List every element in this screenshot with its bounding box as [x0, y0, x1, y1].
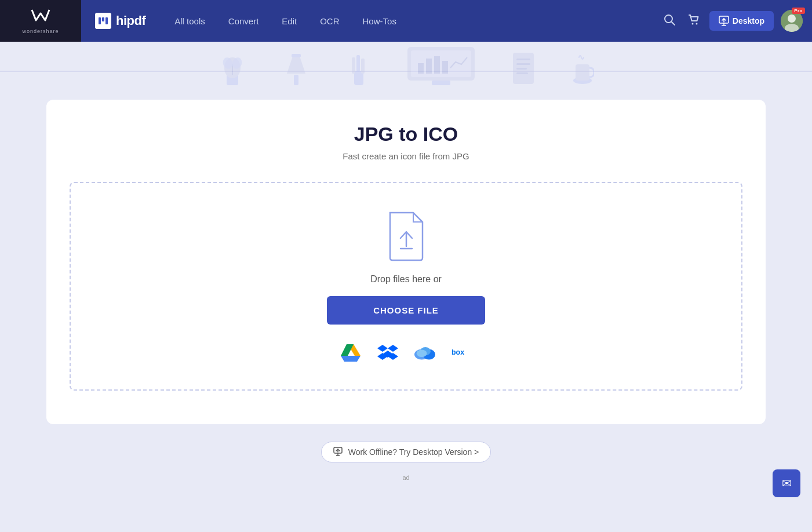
svg-rect-37 — [516, 68, 527, 70]
nav-all-tools[interactable]: All tools — [164, 12, 216, 31]
svg-rect-33 — [432, 81, 450, 85]
wondershare-logo-icon — [31, 8, 50, 27]
ad-label: ad — [0, 474, 812, 481]
svg-marker-21 — [287, 56, 305, 74]
deco-pencils — [346, 53, 372, 92]
svg-marker-45 — [341, 356, 361, 362]
svg-rect-31 — [434, 56, 440, 74]
nav-actions: Desktop Pro — [661, 10, 812, 32]
deco-coffee — [571, 53, 594, 92]
svg-marker-47 — [388, 345, 398, 352]
svg-text:box: box — [451, 348, 464, 356]
nav-ocr[interactable]: OCR — [309, 12, 349, 31]
deco-doc — [511, 50, 536, 92]
email-icon: ✉ — [782, 476, 792, 490]
main-card: JPG to ICO Fast create an icon file from… — [46, 100, 766, 424]
svg-rect-22 — [292, 54, 301, 57]
desktop-button[interactable]: Desktop — [709, 11, 774, 31]
desktop-btn-label: Desktop — [733, 16, 764, 25]
hipdf-brand[interactable]: hipdf — [81, 13, 164, 29]
hipdf-name: hipdf — [116, 13, 145, 28]
wondershare-text: wondershare — [22, 28, 59, 34]
dropbox-icon[interactable] — [377, 342, 398, 363]
user-avatar-wrap[interactable]: Pro — [781, 10, 803, 32]
hero-decorations — [219, 46, 594, 96]
hero-background — [0, 42, 812, 100]
page-subtitle: Fast create an icon file from JPG — [70, 151, 742, 161]
nav-edit[interactable]: Edit — [271, 12, 307, 31]
svg-rect-25 — [356, 55, 360, 71]
svg-marker-46 — [377, 345, 388, 352]
svg-rect-3 — [105, 17, 108, 24]
hipdf-icon — [95, 13, 111, 29]
email-float-button[interactable]: ✉ — [773, 469, 800, 497]
svg-rect-2 — [102, 17, 104, 21]
onedrive-icon[interactable] — [414, 342, 435, 363]
deco-plant — [219, 50, 246, 92]
wondershare-brand[interactable]: wondershare — [0, 0, 81, 42]
search-icon[interactable] — [661, 11, 678, 31]
pro-badge: Pro — [792, 8, 805, 14]
desktop-banner-icon — [333, 447, 344, 457]
svg-rect-24 — [352, 57, 355, 74]
nav-how-tos[interactable]: How-Tos — [352, 12, 407, 31]
deco-lamp — [281, 50, 311, 92]
upload-icon — [383, 210, 429, 263]
drop-zone[interactable]: Drop files here or CHOOSE FILE — [70, 182, 742, 391]
svg-rect-40 — [576, 64, 589, 81]
box-icon[interactable]: box — [451, 342, 472, 363]
choose-file-button[interactable]: CHOOSE FILE — [327, 296, 485, 325]
desktop-banner-text: Work Offline? Try Desktop Version > — [348, 447, 479, 457]
google-drive-icon[interactable] — [340, 342, 361, 363]
svg-point-6 — [691, 23, 693, 24]
svg-rect-35 — [516, 59, 530, 60]
navbar: wondershare hipdf All tools Convert Edit… — [0, 0, 812, 42]
svg-rect-30 — [426, 59, 432, 74]
svg-line-5 — [671, 21, 675, 25]
page-title: JPG to ICO — [70, 123, 742, 145]
svg-point-7 — [696, 23, 697, 24]
svg-point-13 — [788, 14, 796, 23]
svg-rect-20 — [294, 75, 298, 85]
svg-rect-29 — [418, 63, 424, 74]
svg-rect-1 — [99, 17, 101, 24]
desktop-banner[interactable]: Work Offline? Try Desktop Version > — [321, 442, 491, 462]
deco-monitor — [406, 46, 476, 92]
svg-point-54 — [416, 349, 427, 357]
nav-convert[interactable]: Convert — [218, 12, 270, 31]
cloud-service-icons: box — [340, 342, 472, 363]
svg-rect-26 — [361, 59, 365, 74]
svg-rect-32 — [442, 61, 448, 74]
svg-rect-38 — [516, 72, 528, 74]
drop-text: Drop files here or — [370, 274, 442, 285]
svg-rect-36 — [516, 63, 530, 65]
nav-links: All tools Convert Edit OCR How-Tos — [164, 12, 661, 31]
cart-icon[interactable] — [685, 11, 702, 31]
